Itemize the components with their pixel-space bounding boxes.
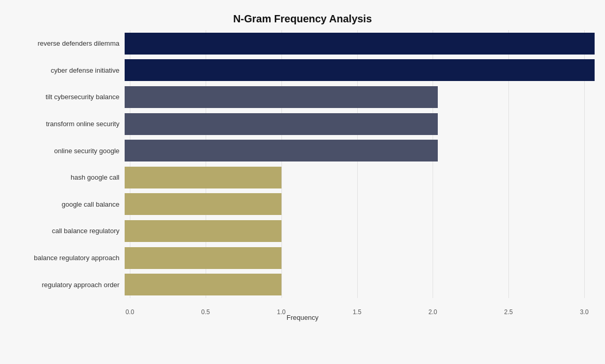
bar-label: google call balance [10,200,125,208]
bar-fill [125,167,281,188]
bar-fill [125,140,438,161]
bar-label: regulatory approach order [10,281,125,289]
bar-row: tilt cybersecurity balance [10,84,595,111]
bar-fill [125,247,281,269]
bar-fill [125,193,281,215]
bar-row: balance regulatory approach [10,245,595,272]
bar-fill [125,274,281,295]
x-axis-label: Frequency [10,314,595,321]
bar-row: cyber defense initiative [10,57,595,84]
bar-fill [125,113,438,135]
bar-fill [125,33,595,55]
bar-label: call balance regulatory [10,227,125,235]
chart-container: N-Gram Frequency Analysis reverse defend… [0,0,605,364]
bar-fill [125,86,438,108]
chart-title: N-Gram Frequency Analysis [10,10,595,25]
bar-label: cyber defense initiative [10,66,125,74]
bar-label: hash google call [10,173,125,181]
bar-row: google call balance [10,191,595,218]
bar-row: transform online security [10,111,595,138]
bar-row: hash google call [10,164,595,191]
bar-fill [125,220,281,242]
bar-row: online security google [10,137,595,164]
bar-row: reverse defenders dilemma [10,30,595,57]
bar-label: transform online security [10,120,125,128]
bar-label: reverse defenders dilemma [10,39,125,47]
bar-row: call balance regulatory [10,218,595,245]
bar-label: tilt cybersecurity balance [10,93,125,101]
bar-label: online security google [10,147,125,155]
bar-row: regulatory approach order [10,271,595,298]
bar-fill [125,59,595,81]
bar-label: balance regulatory approach [10,254,125,262]
